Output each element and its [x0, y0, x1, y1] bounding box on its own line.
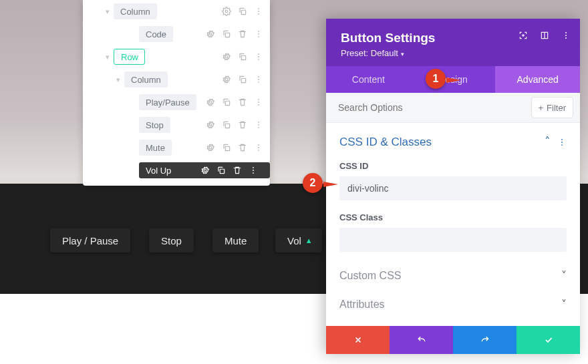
panel-footer — [326, 326, 580, 354]
svg-point-0 — [225, 10, 228, 13]
trash-icon[interactable] — [238, 143, 247, 152]
gear-icon[interactable] — [206, 29, 215, 39]
duplicate-icon[interactable] — [216, 166, 226, 175]
trash-icon[interactable] — [238, 98, 247, 107]
tab-advanced[interactable]: Advanced — [495, 66, 580, 93]
chevron-down-icon: ▾ — [83, 53, 114, 61]
undo-button[interactable] — [390, 326, 453, 354]
caret-down-icon: ▾ — [401, 51, 404, 57]
duplicate-icon[interactable] — [222, 29, 231, 39]
caret-up-icon: ▲ — [305, 236, 313, 244]
svg-point-4 — [258, 13, 259, 15]
svg-rect-36 — [220, 169, 224, 173]
layer-item-row[interactable]: ▾ Row — [83, 45, 270, 68]
svg-rect-31 — [225, 146, 229, 150]
search-input[interactable] — [326, 93, 531, 122]
svg-point-32 — [258, 144, 259, 146]
trash-icon[interactable] — [233, 166, 242, 175]
css-id-label: CSS ID — [339, 161, 567, 171]
chevron-up-icon: ˄ — [545, 135, 551, 149]
more-icon[interactable] — [557, 138, 567, 147]
svg-rect-11 — [241, 55, 245, 59]
confirm-button[interactable] — [517, 326, 580, 354]
svg-point-30 — [209, 146, 212, 149]
close-icon — [353, 335, 363, 345]
focus-icon[interactable] — [519, 31, 528, 40]
svg-point-22 — [258, 99, 259, 100]
filter-button[interactable]: +Filter — [531, 97, 573, 118]
layer-item-label: Vol Up — [146, 166, 171, 176]
preset-selector[interactable]: Preset: Default ▾ — [341, 48, 565, 58]
layer-item-vol-up-selected[interactable]: Vol Up — [83, 159, 270, 182]
svg-point-40 — [523, 35, 524, 36]
css-id-input[interactable] — [339, 176, 567, 200]
duplicate-icon[interactable] — [238, 7, 247, 16]
panel-header: Button Settings Preset: Default ▾ — [326, 19, 580, 66]
more-icon[interactable] — [254, 143, 263, 152]
svg-point-5 — [209, 33, 212, 35]
mute-button[interactable]: Mute — [212, 228, 259, 252]
layer-item-code[interactable]: Code — [83, 23, 270, 45]
duplicate-icon[interactable] — [238, 75, 247, 84]
svg-rect-6 — [225, 33, 229, 37]
gear-icon[interactable] — [222, 7, 231, 16]
vol-button[interactable]: Vol ▲ — [275, 228, 322, 252]
stop-button[interactable]: Stop — [149, 228, 194, 252]
duplicate-icon[interactable] — [222, 98, 231, 107]
columns-icon[interactable] — [540, 31, 549, 40]
svg-point-24 — [258, 104, 259, 106]
section-css-id-classes: CSS ID & Classes ˄ CSS ID CSS Class — [326, 123, 580, 258]
duplicate-icon[interactable] — [238, 52, 247, 61]
gear-icon[interactable] — [206, 120, 215, 130]
cancel-button[interactable] — [326, 326, 390, 354]
gear-icon[interactable] — [200, 166, 210, 175]
svg-point-20 — [209, 101, 212, 104]
svg-point-42 — [565, 32, 567, 33]
svg-point-27 — [258, 122, 259, 123]
svg-rect-16 — [241, 78, 245, 82]
section-header[interactable]: CSS ID & Classes ˄ — [339, 135, 567, 149]
gear-icon[interactable] — [222, 52, 231, 61]
section-attributes[interactable]: Attributes ˅ — [326, 293, 580, 321]
more-icon[interactable] — [561, 31, 571, 40]
layers-panel: ▾ Column Code ▾ Row ▾ Column — [83, 0, 270, 186]
callout-1: 1 — [422, 67, 452, 91]
css-class-input[interactable] — [339, 228, 567, 252]
svg-point-34 — [258, 150, 259, 151]
svg-point-37 — [253, 167, 254, 168]
trash-icon[interactable] — [238, 29, 247, 39]
svg-point-39 — [253, 172, 254, 174]
redo-button[interactable] — [453, 326, 517, 354]
plus-icon: + — [539, 103, 544, 113]
svg-rect-21 — [225, 101, 229, 105]
svg-point-35 — [204, 169, 206, 172]
layer-item-column[interactable]: ▾ Column — [83, 68, 270, 91]
svg-point-47 — [561, 144, 563, 146]
svg-point-23 — [258, 102, 259, 103]
gear-icon[interactable] — [222, 75, 231, 84]
more-icon[interactable] — [254, 98, 263, 107]
more-icon[interactable] — [254, 75, 263, 84]
more-icon[interactable] — [254, 7, 263, 16]
tab-content[interactable]: Content — [326, 66, 411, 93]
layer-item-column[interactable]: ▾ Column — [83, 0, 270, 23]
section-custom-css[interactable]: Custom CSS ˅ — [326, 258, 580, 293]
svg-point-29 — [258, 127, 259, 128]
more-icon[interactable] — [254, 52, 263, 61]
more-icon[interactable] — [254, 29, 263, 39]
layer-item-mute[interactable]: Mute — [83, 136, 270, 159]
gear-icon[interactable] — [206, 98, 215, 107]
more-icon[interactable] — [254, 120, 263, 130]
chevron-down-icon: ˅ — [561, 269, 567, 282]
svg-point-43 — [565, 35, 567, 36]
trash-icon[interactable] — [238, 120, 247, 130]
layer-item-play-pause[interactable]: Play/Pause — [83, 91, 270, 114]
play-pause-button[interactable]: Play / Pause — [50, 228, 130, 252]
svg-rect-26 — [225, 124, 229, 128]
gear-icon[interactable] — [206, 143, 215, 152]
svg-point-2 — [258, 8, 259, 9]
layer-item-stop[interactable]: Stop — [83, 114, 270, 136]
more-icon[interactable] — [249, 166, 258, 175]
duplicate-icon[interactable] — [222, 120, 231, 130]
duplicate-icon[interactable] — [222, 143, 231, 152]
